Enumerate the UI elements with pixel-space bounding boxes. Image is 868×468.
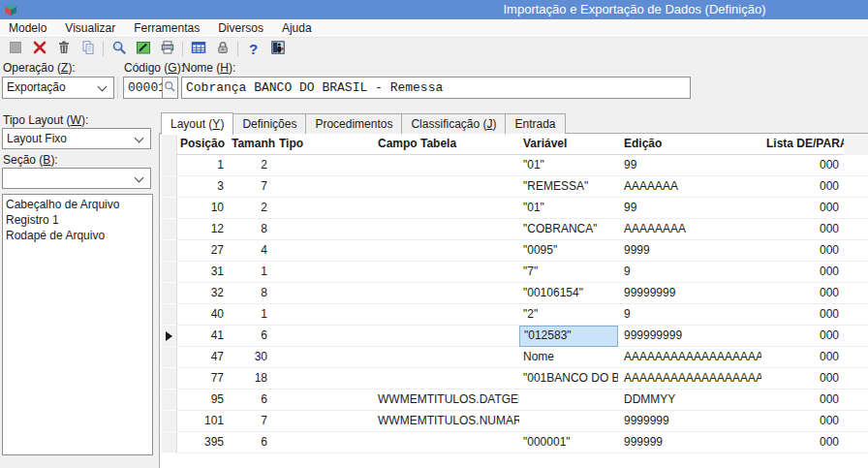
cell-edicao[interactable]: 9999999 [618,411,761,432]
cell-variavel[interactable]: "01" [519,155,618,176]
cell-tamanho[interactable]: 8 [231,283,275,304]
cell-lista[interactable]: 000 [761,155,844,176]
cell-tamanho[interactable]: 7 [231,176,275,198]
cell-tipo[interactable] [275,262,374,283]
row-header-cell[interactable] [162,240,177,262]
row-header-cell[interactable] [162,262,177,283]
section-list-item[interactable]: Cabeçalho de Arquivo [6,197,152,212]
cell-tipo[interactable] [275,155,374,176]
cell-lista[interactable]: 000 [761,283,844,304]
cell-tamanho[interactable]: 8 [231,219,275,240]
operacao-select[interactable]: Exportação [2,77,114,99]
exit-button[interactable] [265,40,290,59]
cell-variavel-editor[interactable]: "012583" [519,326,618,347]
tab-classificação[interactable]: Classificação (J) [401,113,506,134]
cell-edicao[interactable]: AAAAAAAA [618,219,761,240]
column-header-posicao[interactable]: Posição [177,134,231,155]
cell-lista[interactable]: 000 [761,262,844,283]
menu-item-ajuda[interactable]: Ajuda [282,21,312,35]
cell-tamanho[interactable]: 7 [231,411,275,432]
cell-campo[interactable] [374,326,519,347]
cell-edicao[interactable]: 9999 [618,240,761,262]
column-header-lista-de-para[interactable]: Lista DE/PARA [761,134,844,155]
cell-posicao[interactable]: 31 [177,262,231,283]
row-header-cell[interactable] [162,368,177,390]
cell-variavel[interactable]: "2" [519,304,618,326]
cell-lista[interactable]: 000 [761,432,844,453]
cell-tamanho[interactable]: 18 [231,368,275,390]
cell-campo[interactable]: WWMEMTITULOS.NUMARB [374,411,519,432]
row-header-cell[interactable] [162,198,177,219]
cell-campo[interactable] [374,155,519,176]
column-header-edicao[interactable]: Edição [618,134,761,155]
cell-tamanho[interactable]: 30 [231,347,275,368]
cell-posicao[interactable]: 10 [177,198,231,219]
cell-tamanho[interactable]: 2 [231,198,275,219]
cell-tipo[interactable] [275,432,374,453]
cell-variavel[interactable]: "001BANCO DO BR [519,368,618,390]
section-list-item[interactable]: Rodapé de Arquivo [6,228,152,243]
row-header-cell[interactable] [162,219,177,240]
cell-variavel[interactable]: "01" [519,198,618,219]
column-header-tipo[interactable]: Tipo [275,134,374,155]
delete-button[interactable] [51,40,76,59]
cell-posicao[interactable]: 12 [177,219,231,240]
cell-edicao[interactable]: 999999 [618,432,761,453]
cell-posicao[interactable]: 47 [177,347,231,368]
cell-posicao[interactable]: 40 [177,304,231,326]
search-button[interactable] [107,40,131,59]
cell-campo[interactable] [374,176,519,198]
cell-tamanho[interactable]: 1 [231,304,275,326]
cell-lista[interactable]: 000 [761,368,844,390]
cell-campo[interactable] [374,198,519,219]
nome-input[interactable]: Cobrança BANCO DO BRASIL - Remessa [181,77,691,99]
edit-button[interactable] [131,40,155,59]
cell-lista[interactable]: 000 [761,240,844,262]
grid-button[interactable] [186,40,210,59]
cell-campo[interactable] [374,304,519,326]
cell-edicao[interactable]: 99 [618,155,761,176]
cell-edicao[interactable]: 99999999 [618,283,761,304]
cancel-button[interactable] [27,40,51,59]
cell-edicao[interactable]: AAAAAAAAAAAAAAAAAAAAAAAAAAAAAA [618,347,761,368]
cell-posicao[interactable]: 41 [177,326,231,347]
cell-posicao[interactable]: 395 [177,432,231,453]
cell-variavel[interactable]: "REMESSA" [519,176,618,198]
cell-edicao[interactable]: AAAAAAA [618,176,761,198]
cell-variavel[interactable]: "0095" [519,240,618,262]
row-header-cell[interactable] [162,390,177,411]
row-header-cell[interactable] [162,432,177,453]
cell-campo[interactable] [374,240,519,262]
cell-tamanho[interactable]: 6 [231,326,275,347]
row-header-cell[interactable] [162,283,177,304]
cell-tipo[interactable] [275,283,374,304]
menu-item-diversos[interactable]: Diversos [218,21,264,35]
column-header-tamanho[interactable]: Tamanho [231,134,275,155]
cell-lista[interactable]: 000 [761,176,844,198]
row-header-cell[interactable] [162,411,177,432]
cell-posicao[interactable]: 101 [177,411,231,432]
menu-item-ferramentas[interactable]: Ferramentas [134,21,200,35]
tab-procedimentos[interactable]: Procedimentos [305,113,402,134]
row-header-cell[interactable] [162,347,177,368]
cell-tipo[interactable] [275,411,374,432]
cell-edicao[interactable]: AAAAAAAAAAAAAAAAAA [618,368,761,390]
row-header-cell[interactable] [162,155,177,176]
cell-variavel[interactable]: Nome [519,347,618,368]
row-header-cell[interactable] [162,176,177,198]
cell-tamanho[interactable]: 2 [231,155,275,176]
codigo-lookup-button[interactable] [162,77,178,99]
cell-lista[interactable]: 000 [761,347,844,368]
cell-campo[interactable] [374,283,519,304]
column-header-variavel[interactable]: Variável [519,134,618,155]
print-button[interactable] [155,40,179,59]
cell-tipo[interactable] [275,240,374,262]
cell-edicao[interactable]: DDMMYY [618,390,761,411]
tab-entrada[interactable]: Entrada [505,113,565,134]
tab-layout[interactable]: Layout (Y) [161,112,233,135]
cell-edicao[interactable]: 999999999 [618,326,761,347]
cell-variavel[interactable]: "7" [519,262,618,283]
cell-posicao[interactable]: 27 [177,240,231,262]
cell-tipo[interactable] [275,368,374,390]
tipo-layout-select[interactable]: Layout Fixo [2,128,151,149]
